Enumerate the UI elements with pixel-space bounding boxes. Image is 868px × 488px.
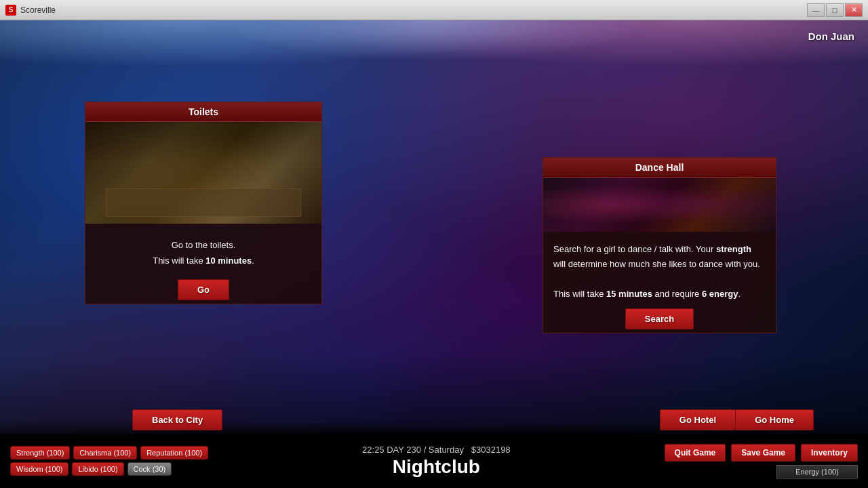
- toilets-card: Toilets Go to the toilets. This will tak…: [85, 102, 322, 304]
- stat-strength: Strength (100): [10, 446, 70, 460]
- toilets-desc-2-suffix: .: [252, 256, 254, 266]
- inventory-button[interactable]: Inventory: [801, 444, 858, 462]
- stats-panel: Strength (100) Charisma (100) Reputation…: [10, 446, 208, 476]
- bottom-right-row2: Energy (100): [776, 465, 858, 479]
- close-button[interactable]: ✕: [845, 3, 863, 17]
- dancehall-desc-2-bold: 15 minutes: [606, 289, 652, 299]
- quit-game-button[interactable]: Quit Game: [665, 444, 726, 462]
- stat-wisdom: Wisdom (100): [10, 462, 68, 476]
- bottom-right-panel: Quit Game Save Game Inventory Energy (10…: [665, 444, 858, 479]
- dancehall-desc-2-mid: and require: [652, 289, 702, 299]
- toilets-go-button[interactable]: Go: [178, 279, 229, 300]
- stat-cock: Cock (30): [127, 462, 172, 476]
- dancehall-desc-2-prefix: This will take: [553, 289, 606, 299]
- stage-lights: [0, 20, 868, 102]
- dancehall-card: Dance Hall Search for a girl to dance / …: [542, 157, 776, 333]
- go-hotel-button[interactable]: Go Hotel: [660, 409, 736, 430]
- stat-charisma: Charisma (100): [73, 446, 137, 460]
- dancehall-desc-1-bold: strength: [716, 244, 751, 254]
- go-hotel-button-wrapper: Go Hotel: [660, 409, 736, 430]
- game-info: 22:25 DAY 230 / Saturday $3032198: [208, 445, 664, 455]
- dancehall-image: [543, 178, 776, 232]
- window-title: Scoreville: [20, 5, 56, 15]
- dancehall-title: Dance Hall: [543, 158, 776, 178]
- minimize-button[interactable]: —: [807, 3, 825, 17]
- toilets-image: [85, 122, 321, 224]
- toilets-desc-2-prefix: This will take: [153, 256, 205, 266]
- bottom-center: 22:25 DAY 230 / Saturday $3032198 Nightc…: [208, 445, 664, 478]
- save-game-button[interactable]: Save Game: [731, 444, 795, 462]
- toilets-desc-2: This will take 10 minutes.: [96, 253, 311, 268]
- game-time: 22:25 DAY 230 / Saturday: [362, 445, 464, 455]
- toilets-body: Go to the toilets. This will take 10 min…: [85, 224, 321, 283]
- dancehall-desc-2: This will take 15 minutes and require 6 …: [553, 287, 766, 302]
- toilets-desc-1: Go to the toilets.: [96, 237, 311, 253]
- dancehall-body: Search for a girl to dance / talk with. …: [543, 232, 776, 312]
- dancehall-desc-1-suffix: will determine how much she likes to dan…: [553, 259, 760, 269]
- maximize-button[interactable]: □: [826, 3, 844, 17]
- window-title-bar: S Scoreville: [5, 5, 807, 16]
- dancehall-desc-1-prefix: Search for a girl to dance / talk with. …: [553, 244, 716, 254]
- window-controls: — □ ✕: [807, 3, 863, 17]
- stats-row-2: Wisdom (100) Libido (100) Cock (30): [10, 462, 208, 476]
- location-title: Nightclub: [208, 456, 664, 478]
- window-chrome: S Scoreville — □ ✕: [0, 0, 868, 20]
- dancehall-desc-2-suffix: .: [738, 289, 741, 299]
- go-home-button[interactable]: Go Home: [735, 409, 814, 430]
- go-home-button-wrapper: Go Home: [735, 409, 814, 430]
- player-name: Don Juan: [808, 30, 854, 42]
- back-to-city-button-wrapper: Back to City: [132, 409, 222, 430]
- dancehall-search-button[interactable]: Search: [625, 308, 694, 329]
- stats-row-1: Strength (100) Charisma (100) Reputation…: [10, 446, 208, 460]
- toilets-button-wrapper: Go: [85, 279, 321, 304]
- stat-libido: Libido (100): [72, 462, 123, 476]
- dancehall-button-wrapper: Search: [543, 308, 776, 333]
- toilets-desc-2-bold: 10 minutes: [205, 256, 252, 266]
- toilets-title: Toilets: [85, 102, 321, 122]
- bottom-bar: Strength (100) Charisma (100) Reputation…: [0, 434, 868, 488]
- dancehall-desc-2-bold2: 6 energy: [702, 289, 738, 299]
- back-to-city-button[interactable]: Back to City: [132, 409, 222, 430]
- bottom-right-row1: Quit Game Save Game Inventory: [665, 444, 858, 462]
- window-icon: S: [5, 5, 16, 16]
- game-money: $3032198: [471, 445, 511, 455]
- energy-bar: Energy (100): [776, 465, 858, 479]
- dancehall-desc-1: Search for a girl to dance / talk with. …: [553, 242, 766, 272]
- stat-reputation: Reputation (100): [140, 446, 208, 460]
